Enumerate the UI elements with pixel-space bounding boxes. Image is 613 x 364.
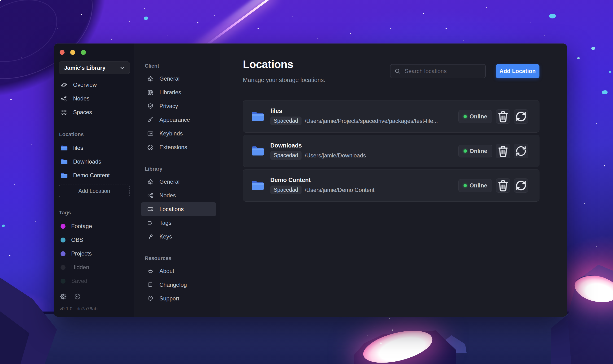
settings-item-keybinds[interactable]: Keybinds (141, 127, 216, 140)
rescan-location-button[interactable] (514, 179, 528, 193)
tag-item-obs[interactable]: OBS (59, 233, 130, 247)
location-row-demo-content[interactable]: Demo Content Spacedad /Users/jamie/Demo … (243, 169, 539, 202)
cyan-splatter (2, 224, 5, 227)
page-subtitle: Manage your storage locations. (243, 77, 325, 83)
online-status-label: Online (469, 182, 487, 189)
tag-color-dot (61, 251, 66, 256)
settings-item-client-general[interactable]: General (141, 72, 216, 86)
online-status-badge: Online (458, 145, 492, 157)
online-status-label: Online (469, 148, 487, 154)
gear-icon (147, 179, 154, 185)
tag-label: OBS (71, 237, 83, 243)
add-location-button[interactable]: Add Location (496, 64, 539, 78)
tag-color-dot (61, 237, 66, 243)
tag-item-hidden[interactable]: Hidden (59, 260, 130, 274)
sidebar-location-files[interactable]: files (59, 141, 130, 155)
library-switcher-label: Jamie's Library (64, 65, 106, 71)
search-locations-input[interactable] (390, 64, 486, 78)
tag-item-saved[interactable]: Saved (59, 274, 130, 288)
trash-icon (496, 179, 510, 193)
settings-item-support[interactable]: Support (141, 292, 216, 305)
paintbrush-icon (147, 117, 154, 123)
location-row-downloads[interactable]: Downloads Spacedad /Users/jamie/Download… (243, 135, 539, 167)
tag-label: Projects (71, 250, 92, 257)
window-controls (59, 43, 130, 55)
shield-check-icon (147, 103, 154, 109)
settings-section-client: Client General Libraries Privacy Appeara… (141, 63, 216, 154)
locations-section-label: Locations (59, 131, 130, 138)
sidebar-tags-list: Footage OBS Projects Hidden Saved (59, 219, 130, 288)
settings-gear-icon[interactable] (60, 293, 67, 300)
location-name: Downloads (270, 142, 366, 149)
sidebar-item-spaces[interactable]: Spaces (59, 105, 130, 119)
settings-item-extensions[interactable]: Extensions (141, 140, 216, 154)
sync-icon (514, 109, 528, 124)
search-locations-box (390, 64, 486, 78)
rescan-location-button[interactable] (514, 109, 528, 124)
location-name: Demo Content (270, 177, 374, 183)
settings-item-about[interactable]: About (141, 264, 216, 278)
tag-label: Footage (71, 223, 92, 230)
close-window-button[interactable] (60, 50, 65, 55)
sidebar-item-overview[interactable]: Overview (59, 78, 130, 92)
tag-item-projects[interactable]: Projects (59, 247, 130, 260)
zoom-window-button[interactable] (81, 50, 86, 55)
tag-label: Saved (71, 278, 87, 284)
page-header-text: Locations Manage your storage locations. (243, 58, 325, 83)
settings-item-tags[interactable]: Tags (141, 216, 216, 230)
location-path: /Users/jamie/Projects/spacedrive/package… (305, 118, 438, 124)
sidebar-item-label: Overview (73, 81, 97, 88)
settings-item-keys[interactable]: Keys (141, 230, 216, 244)
tag-color-dot (61, 279, 66, 284)
location-row-files[interactable]: files Spacedad /Users/jamie/Projects/spa… (243, 100, 539, 133)
library-switcher[interactable]: Jamie's Library (59, 62, 130, 74)
sidebar-locations-list: files Downloads Demo Content (59, 141, 130, 182)
locations-settings-page: Locations Manage your storage locations.… (220, 43, 567, 317)
delete-location-button[interactable] (496, 109, 510, 124)
online-dot-icon (464, 115, 467, 118)
sidebar-item-label: Nodes (73, 95, 89, 102)
settings-item-locations[interactable]: Locations (141, 202, 216, 216)
trash-icon (496, 144, 510, 158)
online-status-label: Online (469, 113, 487, 120)
sidebar-item-nodes[interactable]: Nodes (59, 92, 130, 105)
sidebar-add-location-button[interactable]: Add Location (59, 185, 130, 197)
location-path: /Users/jamie/Downloads (305, 152, 366, 159)
settings-item-appearance[interactable]: Appearance (141, 113, 216, 127)
sync-icon (514, 179, 528, 193)
sidebar-location-downloads[interactable]: Downloads (59, 155, 130, 169)
settings-item-library-nodes[interactable]: Nodes (141, 189, 216, 202)
cyan-splatter (577, 57, 580, 59)
sidebar-nav: Overview Nodes Spaces (59, 78, 130, 119)
settings-item-changelog[interactable]: Changelog (141, 278, 216, 292)
settings-section-resources: Resources About Changelog Support (141, 255, 216, 305)
library-sidebar: Jamie's Library Overview Nodes (54, 43, 135, 317)
delete-location-button[interactable] (496, 179, 510, 193)
delete-location-button[interactable] (496, 144, 510, 158)
minimize-window-button[interactable] (70, 50, 75, 55)
settings-section-library: Library General Nodes Locations Tags Key… (141, 166, 216, 244)
settings-item-libraries[interactable]: Libraries (141, 86, 216, 99)
card-icon (147, 206, 154, 212)
trash-icon (496, 109, 510, 124)
settings-section-header: Library (141, 166, 216, 172)
circles-four-icon (61, 109, 67, 116)
sidebar-location-demo-content[interactable]: Demo Content (59, 169, 130, 182)
receipt-icon (147, 282, 154, 288)
cyan-splatter (591, 47, 595, 50)
sidebar-location-label: files (73, 145, 83, 151)
settings-item-privacy[interactable]: Privacy (141, 99, 216, 113)
online-dot-icon (464, 184, 467, 187)
node-badge: Spacedad (270, 185, 302, 194)
sparkles (0, 0, 1, 1)
sync-icon (514, 144, 528, 158)
puzzle-icon (147, 144, 154, 151)
status-check-icon[interactable] (74, 293, 81, 300)
rescan-location-button[interactable] (514, 144, 528, 158)
settings-section-header: Resources (141, 255, 216, 261)
cyan-splatter (549, 14, 556, 18)
settings-item-library-general[interactable]: General (141, 175, 216, 189)
folder-icon (251, 111, 265, 122)
tag-item-footage[interactable]: Footage (59, 219, 130, 233)
settings-section-header: Client (141, 63, 216, 69)
